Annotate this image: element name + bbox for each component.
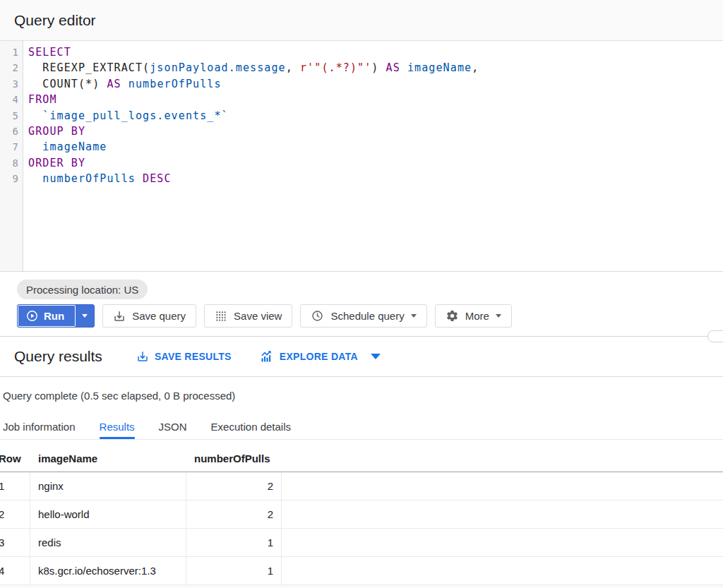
query-status-text: Query complete (0.5 sec elapsed, 0 B pro… bbox=[3, 390, 235, 402]
line-number: 9 bbox=[0, 171, 23, 186]
explore-data-label: EXPLORE DATA bbox=[280, 351, 358, 362]
line-number: 8 bbox=[0, 155, 23, 171]
page-title: Query editor bbox=[14, 12, 96, 29]
schedule-query-button[interactable]: Schedule query bbox=[300, 304, 426, 328]
explore-chart-icon bbox=[260, 349, 274, 364]
row-number-cell: 1 bbox=[0, 472, 30, 500]
column-header-row: Row bbox=[0, 445, 30, 472]
explore-data-button[interactable]: EXPLORE DATA bbox=[260, 349, 381, 364]
run-split-button: Run bbox=[17, 304, 95, 328]
row-number-cell: 2 bbox=[0, 500, 30, 528]
run-button[interactable]: Run bbox=[18, 305, 76, 327]
filler-cell bbox=[282, 529, 723, 556]
number-of-pulls-cell: 2 bbox=[186, 472, 282, 500]
dot-grid-icon bbox=[215, 310, 227, 323]
chevron-down-icon bbox=[496, 314, 501, 318]
code-line: ORDER BY bbox=[28, 155, 723, 171]
row-number-cell: 3 bbox=[0, 529, 30, 556]
column-header-numberofpulls: numberOfPulls bbox=[186, 445, 282, 472]
query-toolbar: Processing location: US Run Save querySa… bbox=[0, 272, 723, 337]
save-results-button[interactable]: SAVE RESULTS bbox=[136, 350, 232, 363]
line-number: 5 bbox=[0, 108, 23, 124]
sql-editor[interactable]: 123456789 SELECT REGEXP_EXTRACT(jsonPayl… bbox=[0, 41, 723, 272]
table-row: 2hello-world2 bbox=[0, 500, 723, 529]
table-header-row: Row imageName numberOfPulls bbox=[0, 445, 723, 472]
results-table-body: 1nginx22hello-world23redis14k8s.gcr.io/e… bbox=[0, 472, 723, 585]
line-number: 2 bbox=[0, 60, 23, 76]
image-name-cell: redis bbox=[30, 529, 186, 556]
number-of-pulls-cell: 1 bbox=[186, 557, 282, 584]
filler-cell bbox=[282, 500, 723, 528]
filler-cell bbox=[282, 557, 723, 584]
code-line: numberOfPulls DESC bbox=[28, 171, 723, 186]
line-number: 3 bbox=[0, 76, 23, 92]
code-line: imageName bbox=[28, 139, 723, 155]
chevron-down-icon bbox=[371, 354, 381, 359]
chevron-down-icon bbox=[82, 314, 88, 318]
tab-json[interactable]: JSON bbox=[159, 414, 187, 439]
processing-location-chip: Processing location: US bbox=[17, 280, 148, 299]
code-line: GROUP BY bbox=[28, 124, 723, 139]
table-row: 1nginx2 bbox=[0, 472, 723, 500]
image-name-cell: hello-world bbox=[30, 500, 186, 528]
code-line: `image_pull_logs.events_*` bbox=[28, 108, 723, 124]
number-of-pulls-cell: 1 bbox=[186, 529, 282, 556]
save-view-button[interactable]: Save view bbox=[204, 304, 292, 328]
tab-execution-details[interactable]: Execution details bbox=[211, 414, 291, 439]
image-name-cell: k8s.gcr.io/echoserver:1.3 bbox=[30, 557, 186, 584]
code-line: COUNT(*) AS numberOfPulls bbox=[28, 76, 723, 92]
image-name-cell: nginx bbox=[30, 472, 186, 500]
line-number: 1 bbox=[0, 44, 23, 60]
more-button[interactable]: More bbox=[435, 304, 512, 328]
button-label: More bbox=[465, 310, 489, 322]
tab-job-information[interactable]: Job information bbox=[3, 414, 76, 439]
number-of-pulls-cell: 2 bbox=[186, 500, 282, 528]
chevron-down-icon bbox=[411, 314, 417, 318]
code-line: SELECT bbox=[28, 44, 723, 60]
button-label: Save query bbox=[132, 310, 186, 322]
results-title: Query results bbox=[14, 348, 102, 365]
save-alt-icon bbox=[113, 310, 126, 323]
column-header-filler bbox=[282, 445, 723, 472]
table-row: 4k8s.gcr.io/echoserver:1.31 bbox=[0, 557, 723, 585]
button-label: Schedule query bbox=[330, 310, 404, 322]
query-status-bar: Query complete (0.5 sec elapsed, 0 B pro… bbox=[0, 377, 723, 414]
save-results-label: SAVE RESULTS bbox=[155, 351, 232, 362]
line-number-gutter: 123456789 bbox=[0, 41, 23, 271]
clock-icon bbox=[311, 309, 324, 323]
bottom-strip bbox=[0, 585, 723, 588]
line-number: 7 bbox=[0, 139, 23, 155]
tab-results[interactable]: Results bbox=[100, 414, 135, 439]
gear-icon bbox=[446, 309, 459, 323]
panel-collapse-handle[interactable] bbox=[707, 330, 723, 342]
table-row: 3redis1 bbox=[0, 529, 723, 557]
download-icon bbox=[136, 350, 149, 363]
toolbar-button-row: Run Save querySave viewSchedule queryMor… bbox=[17, 304, 723, 328]
processing-location-label: Processing location: US bbox=[26, 284, 138, 296]
line-number: 4 bbox=[0, 92, 23, 107]
row-number-cell: 4 bbox=[0, 557, 30, 584]
button-label: Save view bbox=[234, 310, 282, 322]
query-results-header: Query results SAVE RESULTS EXPLORE DATA bbox=[0, 337, 723, 377]
run-button-label: Run bbox=[44, 310, 64, 322]
save-query-button[interactable]: Save query bbox=[102, 304, 196, 328]
filler-cell bbox=[282, 472, 723, 500]
code-lines[interactable]: SELECT REGEXP_EXTRACT(jsonPayload.messag… bbox=[23, 41, 723, 271]
code-line: REGEXP_EXTRACT(jsonPayload.message, r'"(… bbox=[28, 60, 723, 76]
query-editor-header: Query editor bbox=[0, 0, 723, 41]
line-number: 6 bbox=[0, 124, 23, 139]
code-line: FROM bbox=[28, 92, 723, 107]
results-table: Row imageName numberOfPulls 1nginx22hell… bbox=[0, 440, 723, 585]
column-header-imagename: imageName bbox=[30, 445, 186, 472]
results-tabs: Job informationResultsJSONExecution deta… bbox=[0, 414, 723, 440]
run-options-dropdown[interactable] bbox=[76, 305, 94, 327]
play-circle-icon bbox=[26, 310, 38, 322]
